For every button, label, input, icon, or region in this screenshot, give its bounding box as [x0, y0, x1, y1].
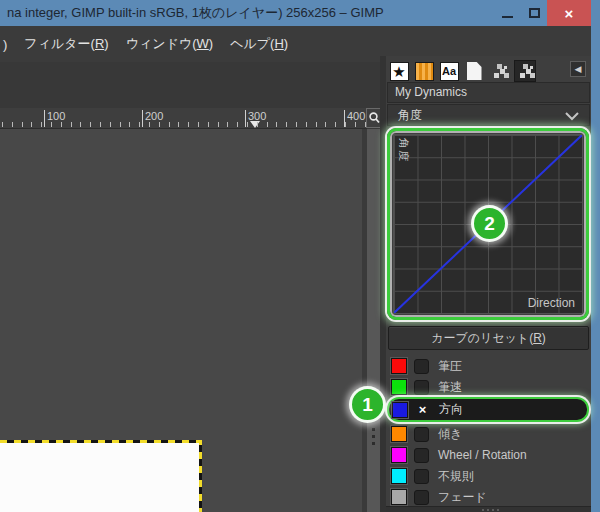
- menu-item-filters[interactable]: フィルター(R): [24, 35, 108, 53]
- ruler-label: 300: [245, 110, 266, 127]
- annotation-circle-1: 1: [349, 386, 386, 423]
- tab-dynamics[interactable]: [489, 61, 509, 81]
- grip-dot: [492, 509, 494, 511]
- row-label: 方向: [439, 401, 463, 418]
- checkbox-checked[interactable]: ×: [415, 402, 430, 417]
- tab-gradients[interactable]: [414, 61, 434, 81]
- reset-curve-button[interactable]: カーブのリセット(R): [388, 326, 589, 350]
- ruler-label: 100: [44, 110, 65, 127]
- grip-dot: [482, 509, 484, 511]
- ruler-label: 400: [344, 110, 365, 127]
- tab-dynamics-editor-active[interactable]: [514, 60, 536, 82]
- color-swatch: [391, 379, 407, 395]
- layer-boundary-top: [0, 440, 202, 443]
- tab-brushes[interactable]: ★: [389, 61, 409, 81]
- image-canvas[interactable]: [0, 443, 199, 512]
- row-tilt[interactable]: 傾き: [388, 424, 589, 444]
- row-random[interactable]: 不規則: [388, 466, 589, 486]
- dynamics-speckles-icon: [520, 73, 525, 78]
- maximize-icon: [529, 8, 540, 18]
- grip-dot: [497, 509, 499, 511]
- color-swatch: [391, 447, 407, 463]
- row-pen-pressure[interactable]: 筆圧: [388, 356, 589, 376]
- row-label: 不規則: [438, 468, 474, 485]
- curve-y-axis-label: 角度: [396, 138, 411, 162]
- menu-item-windows[interactable]: ウィンドウ(W): [126, 35, 213, 53]
- close-icon: ×: [565, 5, 574, 22]
- window-title: na integer, GIMP built-in sRGB, 1枚のレイヤー)…: [7, 4, 384, 22]
- panel-resize-grip[interactable]: [386, 506, 591, 512]
- row-label: 筆速: [438, 379, 462, 396]
- row-wheel-rotation[interactable]: Wheel / Rotation: [388, 445, 589, 465]
- splitter-grip-dot: [372, 435, 375, 438]
- color-swatch: [391, 426, 407, 442]
- checkbox[interactable]: [414, 490, 429, 505]
- left-triangle-icon: ◀: [575, 64, 582, 74]
- fonts-icon: Aa: [442, 66, 456, 77]
- tab-document-history[interactable]: [464, 61, 484, 81]
- dynamics-editor-panel: ★ Aa ◀ My Dynamics 角度: [386, 56, 591, 512]
- magnifier-icon: [369, 112, 380, 124]
- titlebar[interactable]: na integer, GIMP built-in sRGB, 1枚のレイヤー)…: [0, 0, 600, 26]
- row-label: フェード: [438, 489, 487, 506]
- ruler-label: 200: [142, 110, 163, 127]
- ruler-pointer-marker: [250, 121, 260, 128]
- curve-x-axis-label: Direction: [528, 296, 575, 310]
- checkbox[interactable]: [414, 427, 429, 442]
- dock-tabstrip: ★ Aa: [389, 59, 589, 83]
- row-pen-speed[interactable]: 筆速: [388, 377, 589, 397]
- splitter-grip-dot: [372, 428, 375, 431]
- gradient-icon: [415, 62, 434, 81]
- layer-boundary-right: [199, 440, 202, 512]
- paper-icon: [467, 62, 482, 80]
- canvas-viewport[interactable]: [0, 129, 362, 512]
- annotation-circle-2: 2: [471, 205, 508, 242]
- maximize-button[interactable]: [521, 0, 547, 26]
- color-swatch: [392, 402, 408, 418]
- minimize-icon: [502, 16, 513, 18]
- menu-item-truncated[interactable]: ): [3, 37, 7, 52]
- row-label: Wheel / Rotation: [438, 448, 527, 462]
- minimize-button[interactable]: [494, 0, 520, 26]
- horizontal-ruler[interactable]: 100 200 300 400: [0, 108, 367, 129]
- property-dropdown-value: 角度: [398, 108, 422, 122]
- dynamics-name-header: My Dynamics: [387, 82, 590, 103]
- checkbox[interactable]: [414, 448, 429, 463]
- checkbox[interactable]: [414, 469, 429, 484]
- menu-item-help[interactable]: ヘルプ(H): [230, 35, 288, 53]
- color-swatch: [391, 489, 407, 505]
- grip-dot: [487, 509, 489, 511]
- row-direction-selected[interactable]: × 方向: [387, 397, 589, 422]
- panel-menu-button[interactable]: ◀: [570, 61, 586, 77]
- close-button[interactable]: ×: [547, 0, 591, 26]
- row-fade[interactable]: フェード: [388, 487, 589, 507]
- window-border: [591, 26, 600, 512]
- color-swatch: [391, 468, 407, 484]
- row-label: 筆圧: [438, 358, 462, 375]
- chevron-down-icon: [565, 112, 579, 121]
- checkbox[interactable]: [414, 380, 429, 395]
- property-dropdown[interactable]: 角度: [387, 104, 590, 126]
- color-swatch: [391, 358, 407, 374]
- star-icon: ★: [392, 64, 405, 79]
- pane-splitter[interactable]: [367, 129, 380, 512]
- row-label: 傾き: [438, 426, 462, 443]
- check-x-icon: ×: [419, 403, 427, 416]
- gimp-window: na integer, GIMP built-in sRGB, 1枚のレイヤー)…: [0, 0, 600, 512]
- tab-fonts[interactable]: Aa: [439, 61, 459, 81]
- splitter-grip-dot: [372, 442, 375, 445]
- checkbox[interactable]: [414, 359, 429, 374]
- dynamics-speckles-icon: [494, 73, 499, 78]
